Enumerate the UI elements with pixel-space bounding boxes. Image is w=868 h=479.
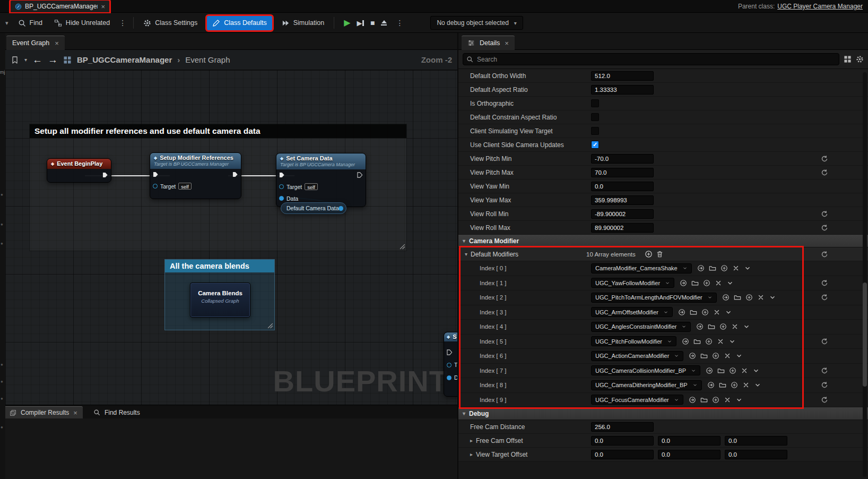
close-icon[interactable]: × <box>73 409 77 416</box>
reset-to-default-button[interactable] <box>821 338 828 345</box>
class-settings-button[interactable]: Class Settings <box>138 16 203 30</box>
clear-reference-icon[interactable] <box>717 338 724 345</box>
bookmark-chevron-icon[interactable]: ▾ <box>24 57 27 63</box>
node-setup-modifier-references[interactable]: ◆Setup Modifier References Target is BP … <box>150 152 241 199</box>
use-selected-asset-icon[interactable] <box>689 352 696 360</box>
modifier-class-dropdown[interactable]: UGC_ActionCameraModifier <box>591 351 683 361</box>
modifier-class-dropdown[interactable]: UGC_PitchFollowModifier <box>591 336 676 346</box>
tab-find-results[interactable]: Find Results <box>88 406 145 418</box>
exec-in-pin[interactable] <box>279 172 285 178</box>
category-camera-modifier[interactable]: ▾ Camera Modifier <box>458 235 868 247</box>
element-options-icon[interactable] <box>726 279 734 287</box>
exec-out-pin[interactable] <box>232 172 238 177</box>
insert-element-icon[interactable] <box>701 309 709 316</box>
close-icon[interactable]: × <box>101 3 105 10</box>
reset-to-default-button[interactable] <box>821 224 828 232</box>
simulation-button[interactable]: Simulation <box>276 16 329 30</box>
property-value-input[interactable] <box>658 450 721 459</box>
property-value-input[interactable] <box>591 422 654 432</box>
clear-reference-icon[interactable] <box>724 352 731 360</box>
browse-to-asset-icon[interactable] <box>700 352 708 360</box>
reset-to-default-button[interactable] <box>821 155 828 162</box>
class-defaults-button[interactable]: Class Defaults <box>207 16 272 30</box>
property-checkbox[interactable] <box>591 127 599 135</box>
clear-array-button[interactable] <box>656 250 664 258</box>
property-value-input[interactable] <box>591 154 654 164</box>
parent-class-link[interactable]: UGC Player Camera Manager <box>777 3 863 10</box>
settings-gear-icon[interactable] <box>856 55 864 63</box>
exec-in-pin[interactable] <box>153 172 159 177</box>
browse-to-asset-icon[interactable] <box>708 323 715 330</box>
collapsed-panel-icon[interactable]: ● <box>1 241 3 246</box>
reset-to-default-button[interactable] <box>821 396 828 404</box>
asset-tab-bp-ugccameramanager[interactable]: BP_UGCCameraManager × <box>11 1 109 12</box>
element-options-icon[interactable] <box>735 352 743 360</box>
reset-to-default-button[interactable] <box>821 210 828 218</box>
use-selected-asset-icon[interactable] <box>682 338 689 345</box>
expander-caret-icon[interactable]: ▸ <box>470 451 473 457</box>
clear-reference-icon[interactable] <box>731 323 739 330</box>
property-checkbox[interactable] <box>591 113 599 121</box>
browse-to-asset-icon[interactable] <box>709 264 716 272</box>
use-selected-asset-icon[interactable] <box>707 381 715 389</box>
element-options-icon[interactable] <box>728 338 736 345</box>
property-value-input[interactable] <box>591 168 654 177</box>
clear-reference-icon[interactable] <box>713 309 721 316</box>
navigate-back-button[interactable]: ← <box>32 55 42 65</box>
modifier-class-dropdown[interactable]: UGC_PitchToArmLengthAndFOVModifier <box>591 293 717 303</box>
node-default-camera-data-variable[interactable]: Default Camera Data <box>281 202 346 214</box>
category-debug[interactable]: ▾ Debug <box>458 407 868 420</box>
browse-to-asset-icon[interactable] <box>693 338 701 345</box>
collapsed-panel-icon[interactable]: ● <box>1 362 3 367</box>
modifier-class-dropdown[interactable]: UGC_YawFollowModifier <box>591 278 674 288</box>
insert-element-icon[interactable] <box>705 338 713 345</box>
reset-to-default-button[interactable] <box>821 367 828 374</box>
reset-to-default-button[interactable] <box>821 381 828 389</box>
collapsed-panel-icon[interactable]: ● <box>1 222 3 227</box>
use-selected-asset-icon[interactable] <box>722 294 730 301</box>
modifier-class-dropdown[interactable]: UGC_AnglesConstraintModifier <box>591 322 691 332</box>
clear-reference-icon[interactable] <box>742 381 750 389</box>
property-value-input[interactable] <box>591 182 654 191</box>
data-pin[interactable] <box>279 196 284 201</box>
property-value-input[interactable] <box>591 450 654 459</box>
reset-to-default-button[interactable] <box>821 294 828 301</box>
insert-element-icon[interactable] <box>719 323 727 330</box>
browse-to-asset-icon[interactable] <box>719 381 726 389</box>
blueprint-graph-canvas[interactable]: BLUEPRINT Setup all modifier references … <box>5 70 457 405</box>
modifier-class-dropdown[interactable]: UGC_CameraDitheringModifier_BP <box>591 380 702 390</box>
target-pin[interactable] <box>279 184 284 189</box>
tab-event-graph[interactable]: Event Graph × <box>6 36 65 50</box>
property-checkbox[interactable] <box>591 99 599 107</box>
caret-down-icon[interactable]: ▾ <box>465 251 467 257</box>
insert-element-icon[interactable] <box>721 264 728 272</box>
input-pin[interactable] <box>447 375 452 380</box>
browse-to-asset-icon[interactable] <box>690 309 697 316</box>
browse-to-asset-icon[interactable] <box>734 294 741 301</box>
insert-element-icon[interactable] <box>729 367 736 374</box>
modifier-class-dropdown[interactable]: UGC_CameraCollisionModifier_BP <box>591 365 700 375</box>
property-value-input[interactable] <box>591 436 654 446</box>
comment-resize-handle[interactable] <box>400 244 405 250</box>
close-icon[interactable]: × <box>55 40 59 47</box>
use-selected-asset-icon[interactable] <box>697 264 705 272</box>
property-value-input[interactable] <box>725 436 787 446</box>
expander-caret-icon[interactable]: ▸ <box>470 438 473 443</box>
modifier-class-dropdown[interactable]: UGC_FocusCameraModifier <box>591 395 683 405</box>
property-value-input[interactable] <box>725 450 787 459</box>
find-button[interactable]: Find <box>13 16 48 30</box>
clear-reference-icon[interactable] <box>757 294 765 301</box>
target-pin[interactable] <box>153 184 158 189</box>
clear-reference-icon[interactable] <box>724 396 731 404</box>
play-button[interactable]: ▶ <box>344 19 350 27</box>
node-event-begin-play[interactable]: ◆Event BeginPlay <box>47 158 111 183</box>
close-icon[interactable]: × <box>505 40 509 47</box>
property-value-input[interactable] <box>591 71 654 81</box>
property-value-input[interactable] <box>591 209 654 219</box>
property-value-input[interactable] <box>591 195 654 205</box>
exec-in-pin[interactable] <box>447 349 453 355</box>
comment-resize-handle[interactable] <box>267 323 273 329</box>
reset-to-default-button[interactable] <box>821 279 828 287</box>
element-options-icon[interactable] <box>725 309 732 316</box>
modifier-class-dropdown[interactable]: CameraModifier_CameraShake <box>591 263 692 273</box>
